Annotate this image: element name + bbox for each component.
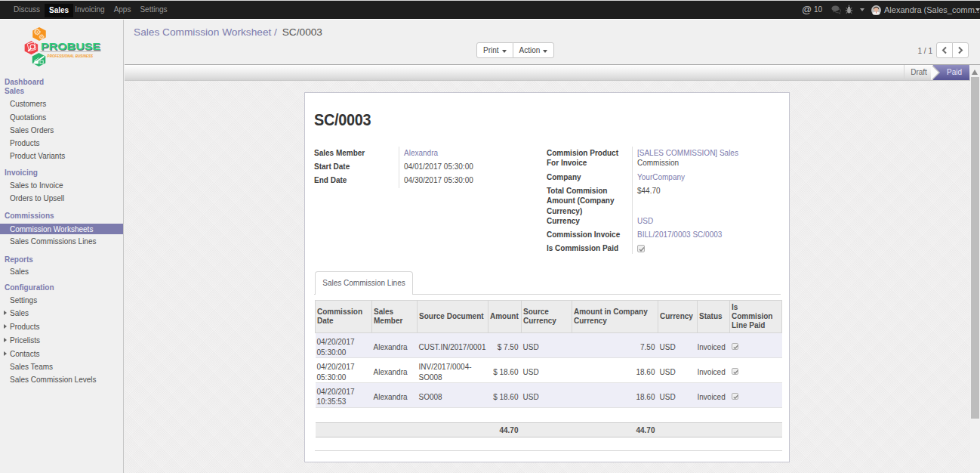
- svg-text:PROBUSE: PROBUSE: [41, 41, 100, 52]
- svg-text:PROFESSIONAL BUSINESS: PROFESSIONAL BUSINESS: [48, 54, 94, 58]
